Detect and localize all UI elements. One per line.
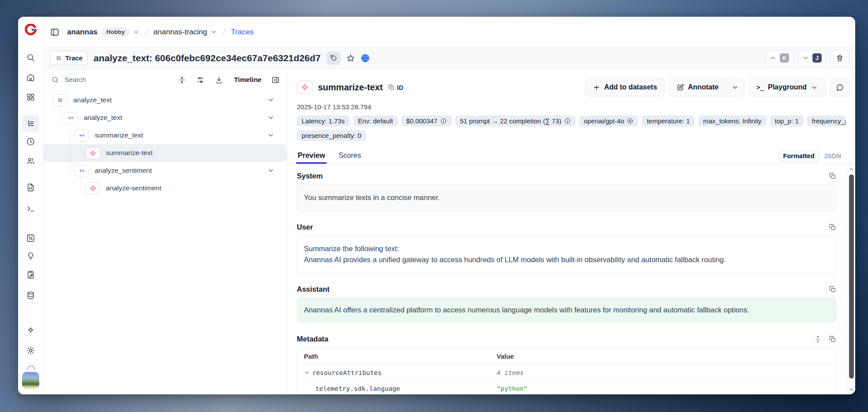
- prompts-file-icon[interactable]: [22, 179, 39, 196]
- download-icon[interactable]: [215, 76, 223, 84]
- metadata-path: resourceAttributes: [312, 369, 382, 376]
- span-icon: [75, 130, 89, 141]
- chevron-down-icon[interactable]: [267, 97, 274, 104]
- app-logo-icon[interactable]: [25, 24, 37, 36]
- scrollbar-thumb[interactable]: [849, 174, 854, 379]
- chevron-down-icon[interactable]: [304, 370, 310, 375]
- observation-detail-panel: summarize-text ID Add to datasets: [287, 69, 855, 394]
- comments-button[interactable]: [830, 78, 850, 97]
- detail-tabs: Preview Scores Formatted JSON: [287, 148, 855, 164]
- app-window: anannas Hobby / anannas-tracing / Traces…: [18, 17, 855, 394]
- icon-rail: [18, 17, 44, 394]
- scroll-down-arrow[interactable]: [848, 386, 855, 393]
- annotate-dropdown-button[interactable]: [726, 78, 745, 97]
- playground-button[interactable]: >_ Playground: [749, 78, 826, 97]
- annotation-clipboard-icon[interactable]: [22, 266, 39, 283]
- chevron-down-icon[interactable]: [267, 167, 274, 174]
- chevron-down-icon[interactable]: [133, 29, 139, 35]
- plus-circle-icon[interactable]: [627, 118, 633, 124]
- annotate-button[interactable]: Annotate: [669, 78, 726, 97]
- column-header-value: Value: [490, 353, 836, 360]
- trace-icon: [53, 94, 67, 106]
- home-icon[interactable]: [22, 69, 39, 85]
- badge-label: openai/gpt-4o: [584, 117, 625, 125]
- metadata-value: 4 items: [490, 369, 836, 376]
- badge-label: $0.000347: [406, 117, 438, 125]
- metadata-table-header: Path Value: [297, 348, 836, 365]
- info-icon[interactable]: [440, 118, 447, 124]
- badge-label: temperature: 1: [647, 117, 690, 125]
- tab-preview[interactable]: Preview: [297, 148, 326, 163]
- users-icon[interactable]: [22, 152, 39, 169]
- copy-id-button[interactable]: ID: [388, 84, 404, 91]
- format-json-button[interactable]: JSON: [821, 151, 844, 161]
- tree-node-summarize-text[interactable]: summarize-text: [44, 144, 287, 162]
- badge-label: top_p: 1: [775, 117, 799, 125]
- dashboard-icon[interactable]: [22, 89, 39, 105]
- star-icon[interactable]: [346, 54, 355, 63]
- tree-node-analyze-sentiment[interactable]: analyze-sentiment: [44, 179, 287, 197]
- metadata-value: "python": [490, 385, 836, 392]
- chevron-down-icon[interactable]: [267, 114, 274, 121]
- traces-link[interactable]: Traces: [231, 28, 254, 37]
- vertical-scrollbar[interactable]: [847, 164, 855, 394]
- metadata-header: Metadata: [297, 335, 836, 343]
- org-name[interactable]: anannas: [67, 28, 97, 37]
- upgrade-sparkle-icon[interactable]: [22, 322, 39, 339]
- expand-rows-icon[interactable]: [814, 335, 822, 343]
- info-icon[interactable]: [564, 118, 571, 124]
- span-icon: [64, 112, 78, 124]
- tab-scores[interactable]: Scores: [337, 148, 362, 163]
- settings-gear-icon[interactable]: [22, 342, 39, 359]
- param-badge: top_p: 1: [770, 115, 804, 126]
- tree-node-summarize_text[interactable]: summarize_text: [44, 126, 287, 144]
- datasets-database-icon[interactable]: [22, 287, 39, 304]
- globe-icon[interactable]: [360, 53, 370, 63]
- playground-terminal-icon[interactable]: [22, 200, 39, 217]
- tree-connector: [70, 123, 74, 171]
- tree-node-analyze_text[interactable]: analyze_text: [44, 109, 287, 126]
- terminal-glyph: >_: [756, 84, 764, 91]
- search-icon[interactable]: [22, 49, 39, 66]
- tree-node-label: analyze_sentiment: [95, 167, 152, 174]
- prev-trace-button[interactable]: K: [765, 50, 793, 66]
- delete-trace-button[interactable]: [831, 50, 849, 66]
- timeline-toggle[interactable]: Timeline: [234, 76, 262, 84]
- tree-node-analyze_sentiment[interactable]: analyze_sentiment: [44, 162, 287, 179]
- message-role: User: [297, 223, 313, 231]
- next-trace-button[interactable]: J: [798, 50, 826, 66]
- breadcrumb-divider: /: [221, 27, 226, 37]
- project-name[interactable]: anannas-tracing: [153, 28, 207, 37]
- tracing-icon[interactable]: [22, 115, 39, 132]
- search-input[interactable]: [64, 75, 140, 84]
- copy-icon: [388, 84, 395, 91]
- tag-icon[interactable]: [327, 52, 340, 65]
- copy-icon[interactable]: [829, 172, 836, 180]
- filter-sliders-icon[interactable]: [196, 76, 205, 84]
- param-badge: presence_penalty: 0: [297, 130, 366, 141]
- tree-node-analyze_text[interactable]: analyze_text: [44, 91, 287, 109]
- chevron-down-icon[interactable]: [267, 132, 274, 139]
- message-content: You summarize texts in a concise manner.: [297, 184, 836, 212]
- param-badge: temperature: 1: [642, 115, 695, 126]
- add-to-datasets-button[interactable]: Add to datasets: [585, 78, 665, 97]
- chevron-down-icon[interactable]: [210, 29, 217, 35]
- metadata-table: Path Value resourceAttributes4 itemstele…: [297, 347, 836, 394]
- collapse-panel-icon[interactable]: [271, 76, 280, 84]
- scroll-up-arrow[interactable]: [848, 166, 855, 173]
- sessions-clock-icon[interactable]: [22, 133, 39, 150]
- copy-icon[interactable]: [829, 286, 836, 293]
- copy-icon[interactable]: [829, 335, 836, 343]
- tree-connector: [81, 176, 85, 189]
- metadata-row[interactable]: resourceAttributes4 items: [297, 365, 836, 381]
- format-formatted-button[interactable]: Formatted: [778, 151, 819, 161]
- copy-icon[interactable]: [829, 223, 836, 231]
- evaluators-percent-icon[interactable]: [22, 230, 39, 246]
- sidebar-toggle-icon[interactable]: [50, 27, 60, 37]
- comment-bubble-icon: [836, 84, 844, 91]
- tree-search[interactable]: [51, 75, 168, 84]
- message-user: User Summarize the following text: Anann…: [297, 223, 836, 274]
- insights-bulb-icon[interactable]: [22, 247, 39, 264]
- collapse-all-icon[interactable]: [178, 76, 186, 84]
- user-avatar[interactable]: [22, 372, 39, 389]
